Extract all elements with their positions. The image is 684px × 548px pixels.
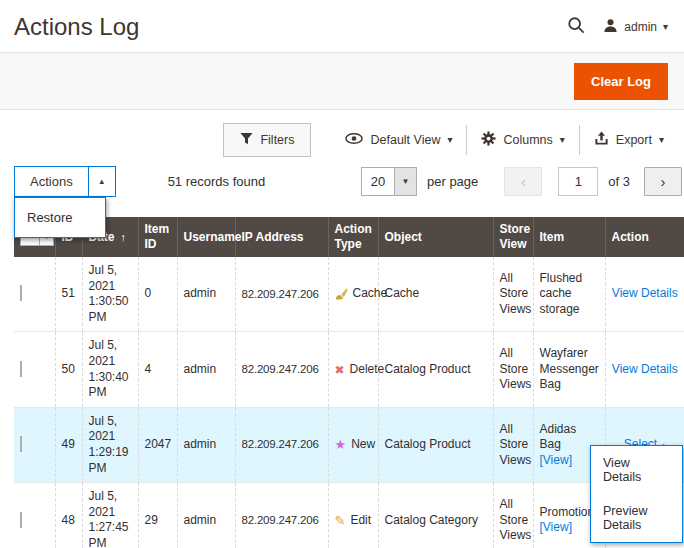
actions-log-page: Actions Log admin ▾ Clear Log Filters <box>0 0 684 548</box>
table-row-selected: 49 Jul 5, 2021 1:29:19 PM 2047 admin 82.… <box>14 407 684 482</box>
caret-down-icon: ▾ <box>663 22 668 32</box>
cell-action-type: ✖ Delete <box>328 332 378 407</box>
caret-up-icon[interactable]: ▴ <box>88 167 115 196</box>
columns-dropdown[interactable]: Columns ▾ <box>466 125 578 155</box>
cell-action-type: Cache <box>328 257 378 332</box>
item-view-link[interactable]: [View] <box>540 520 572 534</box>
cell-item-id: 29 <box>138 483 177 548</box>
data-grid-wrap: ▾ ID Date↑ Item ID Username IP Address A… <box>14 217 684 548</box>
user-icon <box>603 18 618 37</box>
admin-user-menu[interactable]: admin ▾ <box>603 18 668 37</box>
export-dropdown[interactable]: Export ▾ <box>579 125 678 155</box>
cell-ip: 82.209.247.206 <box>235 332 328 407</box>
view-details-link[interactable]: View Details <box>612 286 678 300</box>
cell-item: Flushed cache storage <box>533 257 605 332</box>
cell-object: Catalog Product <box>378 332 493 407</box>
cell-date: Jul 5, 2021 1:30:40 PM <box>82 332 138 407</box>
cell-object: Catalog Product <box>378 407 493 482</box>
table-header-row: ▾ ID Date↑ Item ID Username IP Address A… <box>14 217 684 257</box>
page-title: Actions Log <box>14 13 139 41</box>
gear-icon <box>481 131 496 149</box>
column-header-ip[interactable]: IP Address <box>235 217 328 257</box>
actions-dropdown: Actions ▴ Restore <box>14 166 116 197</box>
cell-username: admin <box>177 483 235 548</box>
cell-id: 51 <box>55 257 82 332</box>
row-checkbox[interactable] <box>20 361 22 377</box>
edit-pencil-icon: ✎ <box>335 514 346 527</box>
default-view-label: Default View <box>370 133 440 147</box>
item-view-link[interactable]: [View] <box>540 453 572 467</box>
clear-log-button[interactable]: Clear Log <box>574 63 668 100</box>
cell-date: Jul 5, 2021 1:29:19 PM <box>82 407 138 482</box>
caret-down-icon: ▾ <box>560 135 565 145</box>
search-icon[interactable] <box>567 16 585 38</box>
page-header: Actions Log admin ▾ <box>0 0 684 52</box>
actions-log-table: ▾ ID Date↑ Item ID Username IP Address A… <box>14 217 684 548</box>
page-total: of 3 <box>608 174 630 189</box>
row-checkbox[interactable] <box>20 512 22 528</box>
caret-down-icon: ▾ <box>659 135 664 145</box>
cell-id: 50 <box>55 332 82 407</box>
cell-username: admin <box>177 407 235 482</box>
menu-item-preview-details[interactable]: Preview Details <box>591 494 682 542</box>
cell-action-type: ★ New <box>328 407 378 482</box>
cell-ip: 82.209.247.206 <box>235 483 328 548</box>
filters-label: Filters <box>260 133 294 147</box>
cell-object: Catalog Category <box>378 483 493 548</box>
cell-id: 48 <box>55 483 82 548</box>
table-row: 48 Jul 5, 2021 1:27:45 PM 29 admin 82.20… <box>14 483 684 548</box>
sort-ascending-icon: ↑ <box>121 231 127 243</box>
columns-label: Columns <box>503 133 552 147</box>
caret-down-icon: ▾ <box>447 135 452 145</box>
table-row: 50 Jul 5, 2021 1:30:40 PM 4 admin 82.209… <box>14 332 684 407</box>
delete-cross-icon: ✖ <box>335 364 345 376</box>
current-page-input[interactable] <box>558 167 598 196</box>
header-actions: admin ▾ <box>567 16 668 38</box>
next-page-button[interactable]: › <box>644 167 682 196</box>
cell-ip: 82.209.247.206 <box>235 407 328 482</box>
actions-button[interactable]: Actions <box>15 167 88 196</box>
cell-item-id: 0 <box>138 257 177 332</box>
column-header-object[interactable]: Object <box>378 217 493 257</box>
admin-username: admin <box>624 20 657 34</box>
cell-date: Jul 5, 2021 1:30:50 PM <box>82 257 138 332</box>
cell-store-view: All Store Views <box>493 332 533 407</box>
view-details-link[interactable]: View Details <box>612 362 678 376</box>
per-page-label: per page <box>427 174 478 189</box>
per-page-value: 20 <box>362 168 394 195</box>
cell-id: 49 <box>55 407 82 482</box>
menu-item-view-details[interactable]: View Details <box>591 446 682 494</box>
cell-username: admin <box>177 257 235 332</box>
cell-store-view: All Store Views <box>493 483 533 548</box>
menu-item-restore[interactable]: Restore <box>15 198 105 237</box>
cache-brush-icon <box>335 287 348 302</box>
export-label: Export <box>616 133 652 147</box>
cell-object: Cache <box>378 257 493 332</box>
records-found: 51 records found <box>168 174 266 189</box>
column-header-store-view[interactable]: Store View <box>493 217 533 257</box>
filter-funnel-icon <box>240 132 253 148</box>
default-view-dropdown[interactable]: Default View ▾ <box>331 127 466 153</box>
filters-button[interactable]: Filters <box>223 123 311 157</box>
row-action-open-menu: View Details Preview Details <box>590 445 683 543</box>
column-header-item-id[interactable]: Item ID <box>138 217 177 257</box>
column-header-username[interactable]: Username <box>177 217 235 257</box>
per-page-select[interactable]: 20 ▾ <box>361 167 417 196</box>
column-header-item[interactable]: Item <box>533 217 605 257</box>
column-header-action-type[interactable]: Action Type <box>328 217 378 257</box>
cell-store-view: All Store Views <box>493 407 533 482</box>
export-icon <box>594 131 609 149</box>
previous-page-button[interactable]: ‹ <box>504 167 542 196</box>
pager: 20 ▾ per page ‹ of 3 › <box>361 167 682 196</box>
cell-item-id: 2047 <box>138 407 177 482</box>
cell-item-id: 4 <box>138 332 177 407</box>
table-row: 51 Jul 5, 2021 1:30:50 PM 0 admin 82.209… <box>14 257 684 332</box>
caret-down-icon: ▾ <box>394 168 416 195</box>
action-bar: Clear Log <box>0 52 684 110</box>
actions-open-menu: Restore <box>14 197 106 238</box>
row-checkbox[interactable] <box>20 436 22 452</box>
row-checkbox[interactable] <box>20 285 22 301</box>
cell-username: admin <box>177 332 235 407</box>
column-header-action[interactable]: Action <box>605 217 684 257</box>
cell-ip: 82.209.247.206 <box>235 257 328 332</box>
